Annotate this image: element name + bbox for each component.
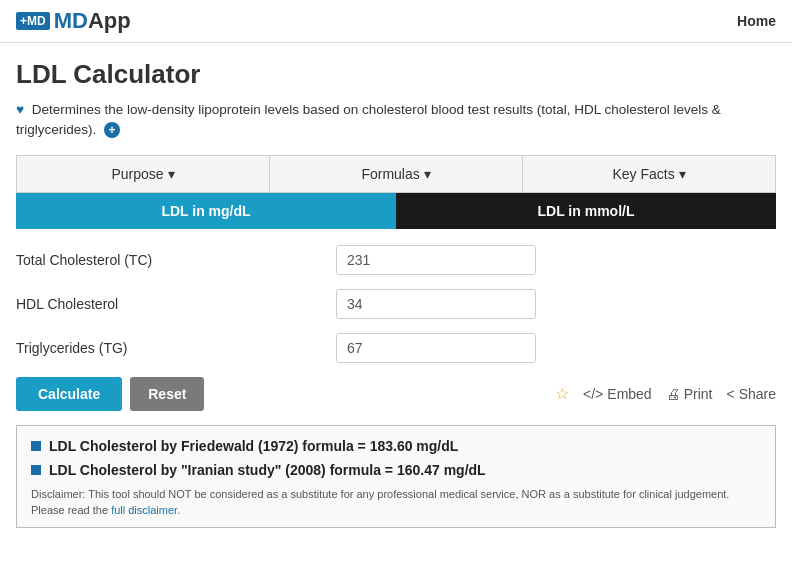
unit-mgdl-button[interactable]: LDL in mg/dL: [16, 193, 396, 229]
result-bullet-1: [31, 441, 41, 451]
print-label: Print: [684, 386, 713, 402]
star-icon: ☆: [555, 384, 569, 403]
print-action[interactable]: 🖨 Print: [666, 386, 713, 402]
tabs-row: Purpose ▾ Formulas ▾ Key Facts ▾: [16, 155, 776, 193]
favorite-action[interactable]: ☆: [555, 384, 569, 403]
share-action[interactable]: < Share: [726, 386, 776, 402]
reset-button[interactable]: Reset: [130, 377, 204, 411]
btn-right-group: ☆ </> Embed 🖨 Print < Share: [555, 384, 776, 403]
tab-purpose[interactable]: Purpose ▾: [17, 156, 270, 192]
results-box: LDL Cholesterol by Friedewald (1972) for…: [16, 425, 776, 528]
btn-left-group: Calculate Reset: [16, 377, 204, 411]
tab-formulas[interactable]: Formulas ▾: [270, 156, 523, 192]
heart-icon: ♥: [16, 102, 24, 117]
label-triglycerides: Triglycerides (TG): [16, 340, 336, 356]
disclaimer-text: Disclaimer: This tool should NOT be cons…: [31, 486, 761, 519]
share-label: Share: [739, 386, 776, 402]
logo[interactable]: +MD MDApp: [16, 8, 131, 34]
logo-icon: +MD: [16, 12, 50, 30]
form-row-tg: Triglycerides (TG): [16, 333, 776, 363]
result-text-1: LDL Cholesterol by Friedewald (1972) for…: [49, 438, 458, 454]
calculate-button[interactable]: Calculate: [16, 377, 122, 411]
label-hdl-cholesterol: HDL Cholesterol: [16, 296, 336, 312]
label-total-cholesterol: Total Cholesterol (TC): [16, 252, 336, 268]
result-bullet-2: [31, 465, 41, 475]
page-title: LDL Calculator: [16, 59, 776, 90]
form-row-tc: Total Cholesterol (TC): [16, 245, 776, 275]
share-icon: <: [726, 386, 734, 402]
result-item-2: LDL Cholesterol by "Iranian study" (2008…: [31, 462, 761, 478]
button-row: Calculate Reset ☆ </> Embed 🖨 Print < Sh…: [16, 377, 776, 411]
logo-text: MDApp: [54, 8, 131, 34]
input-triglycerides[interactable]: [336, 333, 536, 363]
unit-toggle: LDL in mg/dL LDL in mmol/L: [16, 193, 776, 229]
input-total-cholesterol[interactable]: [336, 245, 536, 275]
nav-home[interactable]: Home: [737, 13, 776, 29]
plus-icon[interactable]: +: [104, 122, 120, 138]
description: ♥ Determines the low-density lipoprotein…: [16, 100, 776, 141]
embed-label: Embed: [607, 386, 651, 402]
disclaimer-link[interactable]: full disclaimer: [111, 504, 177, 516]
unit-mmoll-button[interactable]: LDL in mmol/L: [396, 193, 776, 229]
result-item-1: LDL Cholesterol by Friedewald (1972) for…: [31, 438, 761, 454]
print-icon: 🖨: [666, 386, 680, 402]
embed-icon: </>: [583, 386, 603, 402]
main-content: LDL Calculator ♥ Determines the low-dens…: [0, 43, 792, 528]
tab-key-facts[interactable]: Key Facts ▾: [523, 156, 775, 192]
header: +MD MDApp Home: [0, 0, 792, 43]
result-text-2: LDL Cholesterol by "Iranian study" (2008…: [49, 462, 486, 478]
description-text: Determines the low-density lipoprotein l…: [16, 102, 721, 137]
input-hdl-cholesterol[interactable]: [336, 289, 536, 319]
disclaimer-end: .: [177, 504, 180, 516]
embed-action[interactable]: </> Embed: [583, 386, 652, 402]
form-row-hdl: HDL Cholesterol: [16, 289, 776, 319]
